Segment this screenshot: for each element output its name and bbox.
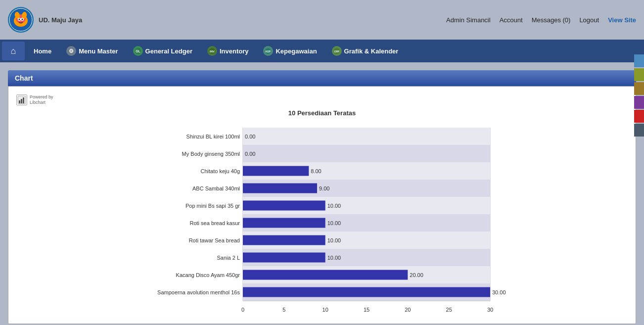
kepegawaian-icon: KEP <box>263 46 273 56</box>
svg-text:0.00: 0.00 <box>245 134 255 139</box>
svg-text:5: 5 <box>282 307 285 313</box>
swatch-purple[interactable] <box>634 96 644 109</box>
svg-text:Kacang Disco Ayam 450gr: Kacang Disco Ayam 450gr <box>176 272 240 278</box>
svg-rect-44 <box>243 166 309 176</box>
chart-header-label: Chart <box>15 74 33 82</box>
nav-kepegawaian-label: Kepegawaian <box>276 47 317 55</box>
gear-icon: ⚙ <box>66 46 76 56</box>
content: Chart Powered by Libchart 10 Persediaan … <box>0 62 644 325</box>
svg-rect-40 <box>243 145 490 162</box>
svg-rect-72 <box>243 287 490 297</box>
bar-chart-svg: 0510152025300.00Shinzui BL kirei 100ml0.… <box>134 123 510 316</box>
swatch-olive[interactable] <box>634 68 644 81</box>
svg-text:GRF: GRF <box>334 50 339 53</box>
logout-link[interactable]: Logout <box>579 16 599 24</box>
svg-rect-20 <box>23 97 24 103</box>
svg-text:Sania 2 L: Sania 2 L <box>217 255 240 261</box>
svg-text:KEP: KEP <box>266 50 271 53</box>
nav-item-kepegawaian[interactable]: KEP Kepegawaian <box>256 42 323 60</box>
svg-text:Pop mini Bs sapi 35 gr: Pop mini Bs sapi 35 gr <box>185 203 240 209</box>
svg-text:15: 15 <box>364 307 369 313</box>
svg-text:0: 0 <box>241 307 244 313</box>
svg-text:Shinzui BL kirei 100ml: Shinzui BL kirei 100ml <box>186 134 240 139</box>
svg-text:10.00: 10.00 <box>327 203 341 209</box>
svg-text:GL: GL <box>136 49 140 53</box>
svg-rect-68 <box>243 270 408 280</box>
account-link[interactable]: Account <box>500 16 523 24</box>
nav-item-menu-master[interactable]: ⚙ Menu Master <box>59 42 125 60</box>
nav-item-home[interactable]: Home <box>27 42 58 60</box>
svg-rect-64 <box>243 253 325 263</box>
messages-link[interactable]: Messages (0) <box>532 16 571 24</box>
header: UD. Maju Jaya Admin Simancil Account Mes… <box>0 0 644 40</box>
swatch-red[interactable] <box>634 110 644 123</box>
svg-rect-18 <box>19 100 20 103</box>
svg-text:My Body ginseng 350ml: My Body ginseng 350ml <box>182 151 240 157</box>
svg-text:25: 25 <box>446 307 452 313</box>
chart-container: Powered by Libchart 10 Persediaan Terata… <box>8 86 636 324</box>
svg-text:Roti sea bread kasur: Roti sea bread kasur <box>190 220 240 226</box>
swatch-blue[interactable] <box>634 54 644 67</box>
logo <box>8 7 34 33</box>
swatch-gray[interactable] <box>634 124 644 137</box>
svg-text:8.00: 8.00 <box>311 168 321 174</box>
libchart-logo: Powered by Libchart <box>16 94 628 105</box>
libchart-icon <box>16 94 27 105</box>
inventory-icon: INV <box>207 46 217 56</box>
svg-rect-52 <box>243 201 325 211</box>
grafik-icon: GRF <box>332 46 342 56</box>
svg-text:Roti tawar Sea bread: Roti tawar Sea bread <box>189 237 240 243</box>
nav-menu-master-label: Menu Master <box>79 47 118 55</box>
svg-rect-48 <box>243 184 317 193</box>
svg-text:9.00: 9.00 <box>319 186 329 191</box>
svg-text:INV: INV <box>210 50 215 53</box>
svg-text:10.00: 10.00 <box>327 220 341 226</box>
sidebar-swatches <box>634 54 644 137</box>
swatch-brown[interactable] <box>634 82 644 95</box>
svg-text:10.00: 10.00 <box>327 255 341 261</box>
nav-item-inventory[interactable]: INV Inventory <box>200 42 256 60</box>
libchart-text: Powered by Libchart <box>30 94 53 105</box>
svg-rect-60 <box>243 235 325 245</box>
svg-text:20: 20 <box>405 307 411 313</box>
header-right: Admin Simancil Account Messages (0) Logo… <box>446 16 636 24</box>
navbar: ⌂ Home ⚙ Menu Master GL General Ledger I… <box>0 40 644 62</box>
nav-general-ledger-label: General Ledger <box>145 47 192 55</box>
svg-point-7 <box>19 19 20 20</box>
admin-label: Admin Simancil <box>446 16 491 24</box>
svg-point-8 <box>22 19 23 20</box>
svg-text:0.00: 0.00 <box>245 151 255 157</box>
svg-text:ABC Sambal 340ml: ABC Sambal 340ml <box>192 186 240 191</box>
nav-grafik-label: Grafik & Kalender <box>344 47 399 55</box>
svg-text:30: 30 <box>487 307 493 313</box>
nav-item-general-ledger[interactable]: GL General Ledger <box>126 42 199 60</box>
svg-text:30.00: 30.00 <box>492 289 506 295</box>
libchart-name: Libchart <box>30 100 53 105</box>
company-name: UD. Maju Jaya <box>39 16 82 24</box>
svg-rect-19 <box>21 99 22 103</box>
nav-inventory-label: Inventory <box>220 47 249 55</box>
nav-item-grafik[interactable]: GRF Grafik & Kalender <box>325 42 406 60</box>
view-site-link[interactable]: View Site <box>608 16 636 24</box>
svg-rect-37 <box>243 128 490 145</box>
home-icon: ⌂ <box>11 46 16 56</box>
svg-rect-56 <box>243 218 325 228</box>
svg-text:Sampoerna avolution menthol 16: Sampoerna avolution menthol 16s <box>157 289 240 295</box>
nav-home-label: Home <box>34 47 51 55</box>
svg-text:10: 10 <box>322 307 328 313</box>
svg-text:Chitato keju 40g: Chitato keju 40g <box>201 168 240 174</box>
nav-home-button[interactable]: ⌂ <box>2 42 25 60</box>
header-left: UD. Maju Jaya <box>8 7 82 33</box>
svg-text:20.00: 20.00 <box>410 272 423 278</box>
chart-title: 10 Persediaan Teratas <box>16 109 628 117</box>
svg-text:10.00: 10.00 <box>327 237 341 243</box>
gl-icon: GL <box>133 46 143 56</box>
chart-section-header: Chart <box>8 70 636 86</box>
powered-by-text: Powered by <box>30 94 53 100</box>
